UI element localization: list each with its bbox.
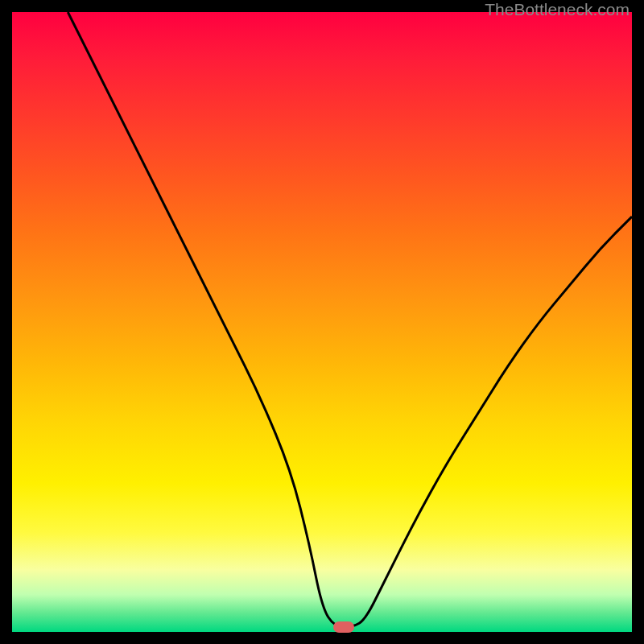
plot-area bbox=[12, 12, 632, 632]
chart-container: TheBottleneck.com bbox=[0, 0, 644, 644]
optimum-marker bbox=[333, 621, 354, 633]
curve-svg bbox=[12, 12, 632, 632]
watermark-text: TheBottleneck.com bbox=[485, 0, 630, 19]
bottleneck-curve bbox=[68, 12, 632, 627]
